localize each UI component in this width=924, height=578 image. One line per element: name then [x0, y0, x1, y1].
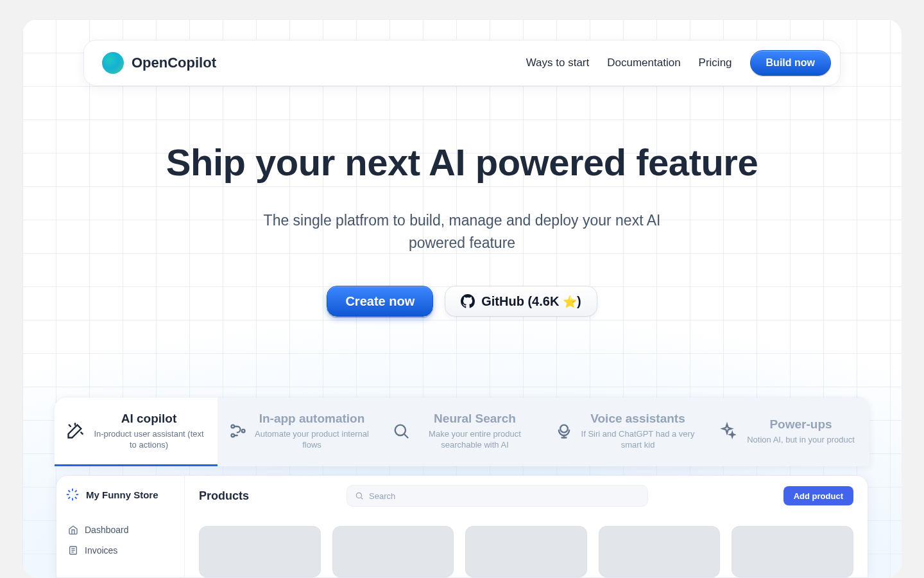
search-icon: [392, 422, 410, 440]
nav-ways-to-start[interactable]: Ways to start: [526, 57, 590, 69]
main-nav: Ways to start Documentation Pricing Buil…: [526, 50, 831, 76]
preview-page-title: Products: [199, 489, 249, 503]
tab-ai-copilot[interactable]: AI copilot In-product user assistant (te…: [55, 398, 218, 466]
github-label: GitHub (4.6K ⭐): [481, 294, 581, 309]
sidebar-item-dashboard[interactable]: Dashboard: [65, 520, 175, 540]
home-icon: [68, 525, 78, 535]
hero-subline: The single platfrom to build, manage and…: [22, 209, 902, 254]
hero: Ship your next AI powered feature The si…: [22, 141, 902, 317]
sparkle-icon: [718, 422, 736, 440]
invoice-icon: [68, 545, 78, 556]
tab-title: Voice assistants: [581, 412, 695, 426]
add-product-button[interactable]: Add product: [783, 486, 853, 505]
svg-point-4: [560, 425, 568, 433]
product-card-placeholder: [199, 526, 321, 577]
search-icon: [355, 491, 364, 500]
tab-subtitle: In-product user assistant (text to actio…: [92, 428, 206, 451]
hero-headline: Ship your next AI powered feature: [22, 141, 902, 184]
sidebar-item-label: Invoices: [85, 545, 117, 556]
nav-documentation[interactable]: Documentation: [607, 57, 680, 69]
magic-wand-icon: [66, 422, 84, 440]
tab-subtitle: Notion AI, but in your product: [744, 434, 858, 446]
site-header: OpenCopilot Ways to start Documentation …: [83, 40, 841, 86]
product-card-placeholder: [465, 526, 587, 577]
product-preview: My Funny Store Dashboard Invoices Produc…: [56, 475, 868, 578]
feature-tabs: AI copilot In-product user assistant (te…: [55, 398, 869, 466]
tab-subtitle: Automate your product internal flows: [255, 428, 369, 451]
create-now-button[interactable]: Create now: [327, 286, 433, 317]
github-button[interactable]: GitHub (4.6K ⭐): [445, 286, 597, 317]
github-icon: [461, 294, 475, 308]
store-name: My Funny Store: [86, 489, 158, 500]
tab-subtitle: Make your entire product searchable with…: [418, 428, 532, 451]
svg-point-6: [356, 493, 361, 498]
tab-in-app-automation[interactable]: In-app automation Automate your product …: [218, 398, 381, 466]
tab-title: AI copilot: [92, 412, 206, 426]
svg-point-3: [395, 425, 406, 435]
preview-sidebar: My Funny Store Dashboard Invoices: [56, 476, 185, 577]
brand-name: OpenCopilot: [132, 55, 216, 71]
tab-title: In-app automation: [255, 412, 369, 426]
product-card-placeholder: [732, 526, 853, 577]
svg-point-2: [242, 430, 245, 433]
tab-title: Power-ups: [744, 417, 858, 432]
preview-search-input[interactable]: Search: [346, 485, 648, 507]
build-now-button[interactable]: Build now: [750, 50, 831, 76]
star-icon: ⭐: [563, 295, 577, 308]
flow-icon: [229, 422, 247, 440]
brand-logo-icon: [102, 52, 124, 74]
brand[interactable]: OpenCopilot: [102, 52, 216, 74]
store-logo-icon: [65, 487, 80, 502]
product-card-placeholder: [332, 526, 454, 577]
sidebar-item-invoices[interactable]: Invoices: [65, 540, 175, 561]
tab-voice-assistants[interactable]: Voice assistants If Siri and ChatGPT had…: [543, 398, 706, 466]
product-card-placeholder: [599, 526, 721, 577]
microphone-icon: [555, 422, 573, 440]
tab-neural-search[interactable]: Neural Search Make your entire product s…: [381, 398, 543, 466]
tab-power-ups[interactable]: Power-ups Notion AI, but in your product: [706, 398, 869, 466]
tab-subtitle: If Siri and ChatGPT had a very smart kid: [581, 428, 695, 451]
sidebar-item-label: Dashboard: [85, 525, 129, 535]
nav-pricing[interactable]: Pricing: [699, 57, 732, 69]
tab-title: Neural Search: [418, 412, 532, 426]
